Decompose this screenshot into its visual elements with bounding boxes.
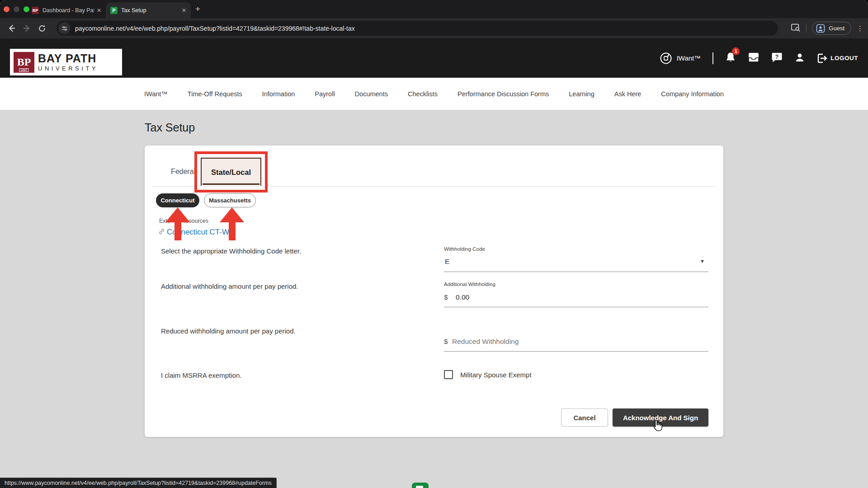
question-additional-withholding: Additional withholding amount per pay pe… bbox=[161, 282, 298, 290]
browser-toolbar: paycomonline.net/v4/ee/web.php/payroll/T… bbox=[0, 18, 868, 38]
military-spouse-exempt-checkbox[interactable] bbox=[444, 370, 453, 379]
paycom-favicon-icon: P bbox=[110, 7, 118, 14]
currency-symbol: $ bbox=[444, 338, 448, 346]
profile-button[interactable]: Guest bbox=[812, 22, 851, 35]
notifications-button[interactable]: 1 bbox=[725, 52, 736, 65]
state-pill-massachusetts[interactable]: Massachusetts bbox=[204, 193, 256, 207]
page-title: Tax Setup bbox=[145, 121, 195, 134]
baypath-monogram-icon: BP 1897 bbox=[14, 52, 34, 73]
additional-withholding-underline bbox=[444, 307, 708, 307]
status-bar-url: https://www.paycomonline.net/v4/ee/web.p… bbox=[0, 478, 277, 488]
logout-icon bbox=[817, 53, 828, 63]
annotation-arrow-massachusetts bbox=[220, 207, 244, 240]
forward-icon[interactable] bbox=[19, 21, 34, 36]
link-icon bbox=[159, 229, 165, 235]
withholding-code-underline bbox=[444, 272, 708, 272]
person-icon bbox=[794, 52, 805, 63]
help-bubble-icon: ? bbox=[771, 52, 783, 63]
new-tab-button[interactable]: + bbox=[195, 5, 200, 13]
iwant-label: IWant™ bbox=[677, 54, 701, 62]
header-separator bbox=[712, 52, 713, 64]
nav-item-company-information[interactable]: Company Information bbox=[661, 90, 724, 98]
annotation-highlight-box bbox=[194, 151, 268, 192]
inbox-button[interactable] bbox=[748, 52, 760, 65]
toolbar-separator bbox=[806, 24, 807, 33]
cancel-button[interactable]: Cancel bbox=[561, 408, 608, 427]
nav-item-learning[interactable]: Learning bbox=[569, 90, 594, 98]
tab-dashboard[interactable]: BP Dashboard - Bay Path Univers ✕ bbox=[27, 2, 106, 18]
reduced-withholding-input[interactable]: Reduced Withholding bbox=[452, 338, 519, 346]
question-reduced-withholding: Reduced withholding amount per pay perio… bbox=[161, 327, 296, 335]
logo-name-line1: BAY PATH bbox=[38, 53, 98, 64]
nav-item-information[interactable]: Information bbox=[262, 90, 295, 98]
annotation-arrow-connecticut bbox=[165, 207, 190, 240]
currency-symbol: $ bbox=[444, 293, 448, 301]
tax-setup-card: Federal State/Local Connecticut Massachu… bbox=[145, 145, 723, 437]
question-msrra-exemption: I claim MSRRA exemption. bbox=[161, 371, 241, 379]
app-header: BP 1897 BAY PATH UNIVERSITY IWant™ 1 ? bbox=[0, 38, 868, 78]
withholding-code-field-label: Withholding Code bbox=[444, 246, 485, 252]
toolbar-right: Guest ⋮ bbox=[791, 21, 863, 36]
baypath-logo[interactable]: BP 1897 BAY PATH UNIVERSITY bbox=[10, 49, 122, 75]
tab-title: Tax Setup bbox=[121, 7, 179, 14]
mouse-cursor-icon bbox=[651, 420, 663, 435]
nav-item-time-off-requests[interactable]: Time-Off Requests bbox=[188, 90, 242, 98]
military-spouse-exempt-label: Military Spouse Exempt bbox=[460, 371, 532, 379]
svg-text:?: ? bbox=[775, 53, 778, 60]
reduced-withholding-underline bbox=[444, 351, 708, 352]
nav-item-payroll[interactable]: Payroll bbox=[315, 90, 335, 98]
nav-item-checklists[interactable]: Checklists bbox=[408, 90, 438, 98]
iwant-button[interactable]: IWant™ bbox=[660, 52, 701, 65]
browser-tab-strip: BP Dashboard - Bay Path Univers ✕ P Tax … bbox=[0, 0, 868, 18]
baypath-favicon-icon: BP bbox=[32, 7, 39, 14]
inbox-tray-icon bbox=[748, 52, 760, 63]
nav-item-documents[interactable]: Documents bbox=[355, 90, 388, 98]
close-tab-icon[interactable]: ✕ bbox=[182, 7, 186, 14]
back-icon[interactable] bbox=[4, 21, 19, 36]
question-withholding-code: Select the appropriate Withholding Code … bbox=[161, 247, 301, 255]
url-text[interactable]: paycomonline.net/v4/ee/web.php/payroll/T… bbox=[75, 25, 355, 32]
additional-withholding-input[interactable]: 0.00 bbox=[456, 293, 469, 301]
header-actions: IWant™ 1 ? LOGOUT bbox=[660, 38, 858, 78]
close-tab-icon[interactable]: ✕ bbox=[97, 7, 101, 14]
account-button[interactable] bbox=[794, 52, 805, 65]
reload-icon[interactable] bbox=[34, 21, 50, 36]
chevron-down-icon[interactable]: ▼ bbox=[700, 258, 705, 264]
close-window-button[interactable] bbox=[4, 6, 9, 12]
notification-count-badge: 1 bbox=[732, 47, 740, 55]
logout-label: LOGOUT bbox=[830, 55, 858, 61]
iwant-icon bbox=[660, 52, 672, 65]
additional-withholding-field-label: Additional Withholding bbox=[444, 282, 495, 287]
guest-avatar-icon bbox=[816, 24, 825, 33]
main-navigation: IWant™ Time-Off Requests Information Pay… bbox=[0, 78, 868, 110]
withholding-code-value[interactable]: E bbox=[445, 258, 449, 266]
tab-tax-setup[interactable]: P Tax Setup ✕ bbox=[106, 2, 191, 18]
tab-title: Dashboard - Bay Path Univers bbox=[42, 7, 94, 14]
nav-item-ask-here[interactable]: Ask Here bbox=[614, 90, 642, 98]
logout-button[interactable]: LOGOUT bbox=[817, 53, 858, 63]
side-search-icon[interactable] bbox=[791, 23, 801, 34]
nav-item-iwant[interactable]: IWant™ bbox=[144, 90, 168, 98]
window-controls bbox=[4, 6, 29, 12]
state-pill-connecticut[interactable]: Connecticut bbox=[156, 193, 199, 207]
profile-label: Guest bbox=[829, 25, 844, 32]
site-settings-icon[interactable] bbox=[58, 22, 71, 34]
browser-menu-icon[interactable]: ⋮ bbox=[857, 27, 863, 29]
nav-item-performance-discussion-forms[interactable]: Performance Discussion Forms bbox=[458, 90, 549, 98]
logo-name-line2: UNIVERSITY bbox=[38, 66, 98, 71]
paycom-chat-widget[interactable] bbox=[412, 483, 429, 488]
minimize-window-button[interactable] bbox=[14, 6, 19, 12]
help-button[interactable]: ? bbox=[771, 52, 783, 65]
address-bar[interactable]: paycomonline.net/v4/ee/web.php/payroll/T… bbox=[57, 21, 778, 36]
browser-window: BP Dashboard - Bay Path Univers ✕ P Tax … bbox=[0, 0, 868, 488]
